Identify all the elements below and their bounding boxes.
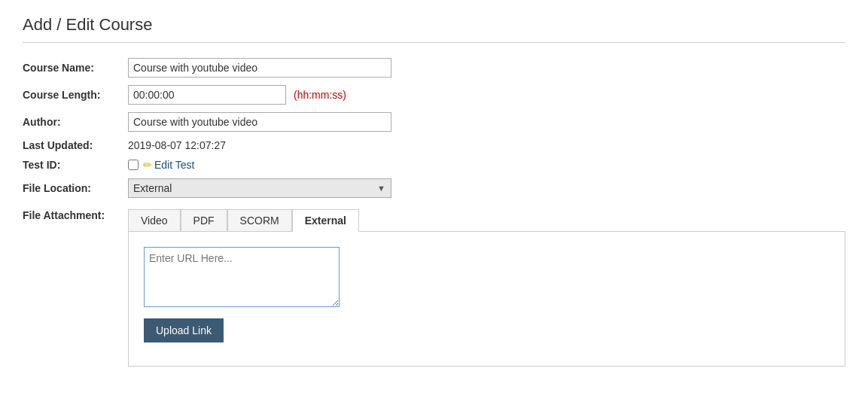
tab-content-external: Upload Link: [128, 231, 845, 367]
test-id-content: ✏ Edit Test: [128, 159, 194, 171]
last-updated-value: 2019-08-07 12:07:27: [128, 139, 226, 151]
file-location-select[interactable]: External Internal Local: [128, 178, 391, 198]
upload-link-button[interactable]: Upload Link: [144, 318, 224, 342]
test-id-row: Test ID: ✏ Edit Test: [23, 159, 845, 171]
course-name-label: Course Name:: [23, 62, 128, 74]
tab-video[interactable]: Video: [128, 209, 181, 232]
last-updated-label: Last Updated:: [23, 139, 128, 151]
course-length-row: Course Length: (hh:mm:ss): [23, 85, 845, 105]
file-attachment-section: File Attachment: Video PDF SCORM Externa…: [23, 209, 845, 367]
course-length-label: Course Length:: [23, 89, 128, 101]
course-length-input[interactable]: [128, 85, 286, 105]
course-name-input[interactable]: [128, 58, 391, 78]
tabs-row: Video PDF SCORM External: [128, 209, 845, 232]
course-name-row: Course Name:: [23, 58, 845, 78]
tab-external[interactable]: External: [292, 209, 359, 232]
pencil-icon: ✏: [143, 159, 152, 171]
edit-test-label: Edit Test: [154, 159, 194, 171]
file-location-label: File Location:: [23, 182, 128, 194]
test-id-checkbox[interactable]: [128, 160, 139, 170]
tabs-container: Video PDF SCORM External Upload Link: [128, 209, 845, 367]
edit-test-link[interactable]: ✏ Edit Test: [143, 159, 194, 171]
file-attachment-label: File Attachment:: [23, 209, 128, 221]
tab-pdf[interactable]: PDF: [181, 209, 227, 232]
tab-scorm[interactable]: SCORM: [227, 209, 292, 232]
author-row: Author:: [23, 112, 845, 132]
page-title: Add / Edit Course: [23, 15, 845, 43]
file-location-row: File Location: External Internal Local: [23, 178, 845, 198]
url-input[interactable]: [144, 247, 340, 307]
author-label: Author:: [23, 116, 128, 128]
author-input[interactable]: [128, 112, 391, 132]
test-id-label: Test ID:: [23, 159, 128, 171]
file-location-select-wrapper: External Internal Local: [128, 178, 391, 198]
hhmm-format-label: (hh:mm:ss): [294, 89, 346, 101]
last-updated-row: Last Updated: 2019-08-07 12:07:27: [23, 139, 845, 151]
